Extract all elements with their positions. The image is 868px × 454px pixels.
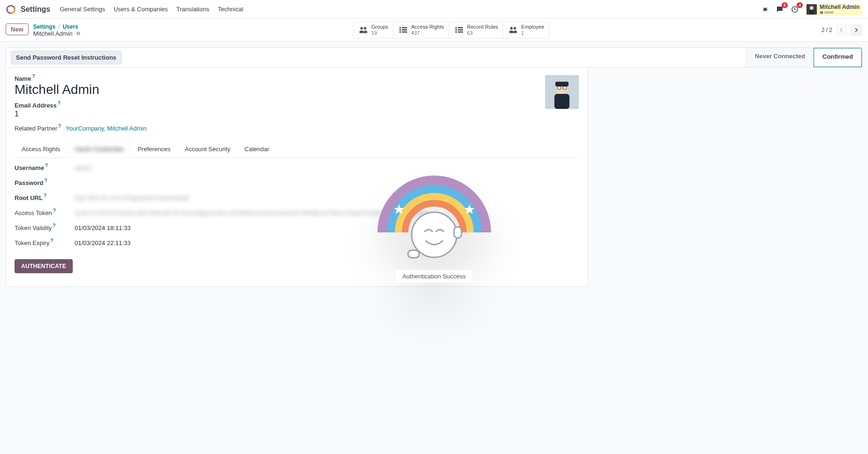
expiry-value: 01/03/2024 22:11:33: [75, 239, 131, 246]
validity-value: 01/03/2024 18:11:33: [75, 224, 131, 231]
clock-badge: 4: [797, 2, 803, 8]
token-value[interactable]: eyJh.Gc1OlUzHJkMzLnB5.GMLWKVD.lSouWgtgJL…: [75, 209, 490, 216]
stat-employee[interactable]: Employee1: [503, 22, 549, 38]
gear-icon[interactable]: [76, 31, 81, 36]
new-button[interactable]: New: [6, 23, 29, 35]
svg-point-5: [810, 6, 814, 10]
stat-record-rules[interactable]: Record Rules63: [449, 22, 504, 38]
svg-point-23: [514, 27, 516, 30]
top-nav: Settings General Settings Users & Compan…: [0, 0, 868, 19]
username-value[interactable]: admin: [75, 164, 91, 171]
user-name: Mitchell Admin: [820, 4, 860, 10]
svg-rect-11: [402, 27, 407, 29]
tab-oauth-credentials[interactable]: Oauth Credentials: [67, 140, 131, 158]
svg-rect-16: [455, 27, 457, 29]
svg-rect-14: [399, 31, 401, 33]
breadcrumb-current: Mitchell Admin: [33, 30, 73, 37]
svg-rect-12: [399, 29, 401, 31]
svg-rect-18: [455, 29, 457, 31]
email-value[interactable]: 1: [15, 110, 545, 118]
chat-badge: 5: [782, 2, 788, 8]
tab-content: Username? admin Password? Root URL? http…: [15, 158, 579, 273]
svg-rect-26: [554, 94, 569, 109]
stat-access-rights[interactable]: Access Rights437: [393, 22, 449, 38]
pager-next-button[interactable]: [850, 24, 862, 36]
chat-icon[interactable]: 5: [776, 5, 784, 14]
nav-translations[interactable]: Translations: [177, 6, 209, 13]
svg-rect-10: [399, 27, 401, 29]
rooturl-value[interactable]: http://db1.0x.net:config/backo/authentic…: [75, 194, 189, 201]
name-value[interactable]: Mitchell Admin: [15, 82, 545, 97]
tab-access-rights[interactable]: Access Rights: [15, 140, 67, 157]
stat-buttons: Groups19 Access Rights437 Record Rules63…: [353, 22, 549, 38]
user-menu[interactable]: Mitchell Admin www: [806, 3, 862, 15]
partner-link[interactable]: YourCompany, Mitchell Admin: [66, 125, 146, 132]
tab-calendar[interactable]: Calendar: [238, 140, 277, 157]
form-sheet: Name? Mitchell Admin Email Address? 1 Re…: [6, 68, 588, 287]
svg-rect-13: [402, 29, 407, 31]
svg-point-22: [510, 27, 513, 30]
svg-rect-19: [458, 29, 463, 31]
validity-label: Token Validity?: [15, 224, 66, 231]
clock-icon[interactable]: 4: [791, 5, 799, 14]
app-logo-icon[interactable]: [6, 4, 16, 15]
app-title[interactable]: Settings: [21, 5, 50, 14]
svg-rect-29: [563, 86, 567, 89]
control-panel: New Settings / Users Mitchell Admin Grou…: [0, 19, 868, 42]
user-avatar-image[interactable]: [545, 75, 579, 109]
status-never-connected[interactable]: Never Connected: [746, 48, 814, 67]
password-label: Password?: [15, 179, 66, 186]
username-label: Username?: [15, 164, 66, 171]
pager-text[interactable]: 2 / 2: [822, 27, 832, 33]
svg-rect-21: [458, 31, 463, 33]
tabs: Access Rights Oauth Credentials Preferen…: [15, 140, 579, 158]
svg-rect-28: [557, 86, 561, 89]
authenticate-button[interactable]: AUTHENTICATE: [15, 259, 73, 273]
bug-icon[interactable]: [761, 6, 769, 13]
user-sub: www: [820, 10, 860, 15]
svg-rect-27: [555, 82, 568, 86]
token-label: Access Token?: [15, 209, 66, 216]
svg-point-2: [764, 8, 767, 11]
statusbar: Send Password Reset Instructions Never C…: [6, 47, 862, 68]
expiry-label: Token Expiry?: [15, 239, 66, 246]
breadcrumb-settings[interactable]: Settings: [33, 23, 55, 30]
svg-rect-17: [458, 27, 463, 29]
send-password-reset-button[interactable]: Send Password Reset Instructions: [11, 51, 122, 64]
email-label: Email Address?: [15, 102, 545, 109]
status-confirmed[interactable]: Confirmed: [814, 48, 862, 67]
svg-rect-15: [402, 31, 407, 33]
nav-technical[interactable]: Technical: [218, 6, 243, 13]
avatar-icon: [807, 4, 817, 15]
svg-rect-7: [820, 11, 823, 14]
svg-rect-6: [809, 10, 814, 15]
svg-point-8: [361, 27, 363, 30]
breadcrumb: Settings / Users Mitchell Admin: [33, 23, 81, 37]
breadcrumb-users[interactable]: Users: [62, 23, 78, 30]
tab-account-security[interactable]: Account Security: [177, 140, 238, 157]
rooturl-label: Root URL?: [15, 194, 66, 201]
nav-general-settings[interactable]: General Settings: [60, 6, 105, 13]
nav-users-companies[interactable]: Users & Companies: [114, 6, 168, 13]
pager-prev-button[interactable]: [835, 24, 847, 36]
name-label: Name?: [15, 75, 545, 82]
tab-preferences[interactable]: Preferences: [131, 140, 177, 157]
svg-rect-20: [455, 31, 457, 33]
partner-label: Related Partner?: [15, 125, 61, 132]
svg-point-9: [364, 27, 367, 30]
stat-groups[interactable]: Groups19: [353, 22, 393, 38]
